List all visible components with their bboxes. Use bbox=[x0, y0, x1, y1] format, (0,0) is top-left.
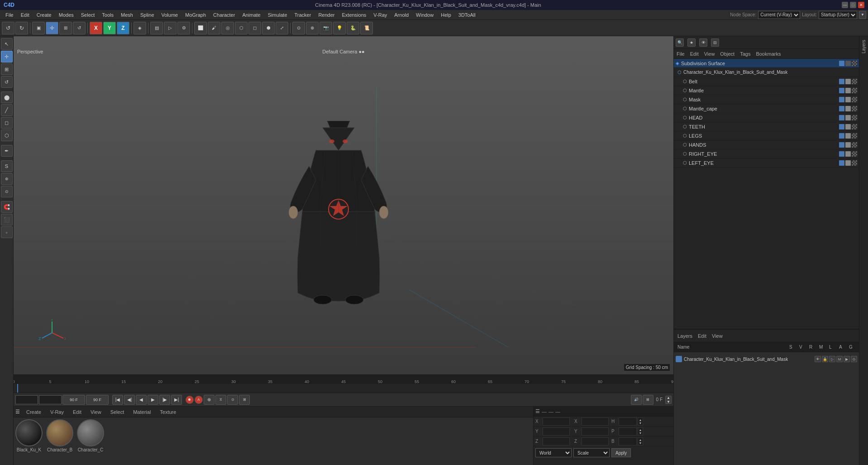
tree-item-left-eye[interactable]: ⬡ LEFT_EYE bbox=[674, 158, 859, 168]
layer-icon-eye[interactable]: 👁 bbox=[815, 356, 821, 362]
scale-dropdown[interactable]: Scale bbox=[573, 448, 610, 457]
menu-volume[interactable]: Volume bbox=[158, 11, 182, 19]
layer-icon-render[interactable]: ▷ bbox=[829, 356, 835, 362]
coords-p-up[interactable]: ▲▼ bbox=[638, 427, 643, 436]
menu-extensions[interactable]: Extensions bbox=[338, 11, 370, 19]
coords-y-input[interactable]: 0 cm bbox=[543, 427, 570, 436]
menu-mograph[interactable]: MoGraph bbox=[181, 11, 210, 19]
motion-clip-button[interactable]: ⧖ bbox=[215, 395, 226, 405]
rp-eye-button[interactable]: 👁 bbox=[699, 38, 707, 47]
tool-spline-pen[interactable]: ✒ bbox=[1, 145, 13, 157]
menu-3dtoall[interactable]: 3DToAll bbox=[455, 11, 479, 19]
rp-tab-edit[interactable]: Edit bbox=[687, 50, 701, 58]
apply-button[interactable]: Apply bbox=[611, 448, 631, 457]
coords-menu-icon[interactable]: ☰ bbox=[535, 408, 540, 414]
prev-key-button[interactable]: ◀| bbox=[124, 395, 135, 405]
rp-filter-button[interactable]: ⊟ bbox=[711, 38, 719, 47]
play-back-button[interactable]: ◀ bbox=[136, 395, 147, 405]
tree-item-mantle-cape[interactable]: ⬡ Mantle_cape bbox=[674, 104, 859, 113]
object-button[interactable]: ◈ bbox=[134, 22, 146, 34]
mat-view[interactable]: View bbox=[88, 408, 104, 416]
menu-tools[interactable]: Tools bbox=[98, 11, 117, 19]
next-key-button[interactable]: |▶ bbox=[159, 395, 170, 405]
layout-arrow-btn[interactable]: ▼ bbox=[859, 11, 866, 19]
menu-modes[interactable]: Modes bbox=[55, 11, 77, 19]
fps-input-btn[interactable]: 90 F bbox=[86, 395, 109, 405]
menu-window[interactable]: Window bbox=[412, 11, 437, 19]
motion-record-button[interactable]: ⊙ bbox=[227, 395, 238, 405]
object-tree[interactable]: ◈ Subdivision Surface ⬡ Character_Ku_Klu… bbox=[674, 59, 859, 329]
axis-z-button[interactable]: Z bbox=[117, 22, 129, 34]
playback-l-button[interactable]: ⊞ bbox=[643, 395, 653, 405]
mat-material[interactable]: Material bbox=[130, 408, 153, 416]
mat-menu-icon[interactable]: ☰ bbox=[15, 409, 20, 415]
tool-rotate[interactable]: ↺ bbox=[1, 76, 13, 88]
close-button[interactable]: ✕ bbox=[858, 2, 864, 8]
python-button[interactable]: 🐍 bbox=[347, 22, 359, 34]
coords-y2-input[interactable]: 0 cm bbox=[582, 427, 609, 436]
undo-button[interactable]: ↺ bbox=[2, 22, 14, 34]
layers-tab-edit[interactable]: Edit bbox=[698, 333, 706, 339]
minimize-button[interactable]: — bbox=[842, 2, 848, 8]
menu-simulate[interactable]: Simulate bbox=[264, 11, 291, 19]
tool-texture[interactable]: ⬛ bbox=[1, 214, 13, 225]
menu-render[interactable]: Render bbox=[315, 11, 338, 19]
mat-texture[interactable]: Texture bbox=[157, 408, 179, 416]
menu-vray[interactable]: V-Ray bbox=[370, 11, 391, 19]
auto-key-button[interactable]: A bbox=[195, 396, 203, 404]
go-end-button[interactable]: ▶| bbox=[171, 395, 182, 405]
coords-b-up[interactable]: ▲▼ bbox=[638, 437, 643, 446]
material-character-c[interactable]: Character_C bbox=[77, 419, 104, 463]
tree-item-mantle[interactable]: ⬡ Mantle bbox=[674, 86, 859, 95]
rp-tab-view[interactable]: View bbox=[701, 50, 718, 58]
tool-magnet[interactable]: 🧲 bbox=[1, 201, 13, 213]
view-cube-button[interactable]: ⬡ bbox=[235, 22, 248, 34]
view-move-button[interactable]: ⤢ bbox=[276, 22, 288, 34]
scale-button[interactable]: ⊞ bbox=[59, 22, 72, 34]
frame-up-button[interactable]: ▲▼ bbox=[665, 396, 672, 404]
coords-x-input[interactable]: 0 cm bbox=[543, 417, 570, 426]
render-region-button[interactable]: ▤ bbox=[150, 22, 163, 34]
menu-create[interactable]: Create bbox=[33, 11, 55, 19]
tree-item-belt[interactable]: ⬡ Belt bbox=[674, 77, 859, 86]
record-button[interactable]: ⏺ bbox=[186, 396, 194, 404]
coords-h-up[interactable]: ▲▼ bbox=[638, 417, 643, 426]
nodespace-select[interactable]: Current (V-Ray) bbox=[758, 11, 800, 19]
menu-spline[interactable]: Spline bbox=[137, 11, 158, 19]
timeline-ruler[interactable]: 051015202530354045505560657075808590 bbox=[14, 375, 673, 384]
go-start-button[interactable]: |◀ bbox=[112, 395, 123, 405]
move-button[interactable]: ✛ bbox=[46, 22, 58, 34]
tree-item-head[interactable]: ⬡ HEAD bbox=[674, 113, 859, 122]
prev-frame-button[interactable]: ⊞ bbox=[239, 395, 250, 405]
tree-item-legs[interactable]: ⬡ LEGS bbox=[674, 131, 859, 140]
script-button[interactable]: 📜 bbox=[360, 22, 373, 34]
axis-x-button[interactable]: X bbox=[90, 22, 102, 34]
tool-select-all[interactable]: ⬦ bbox=[1, 226, 13, 238]
viewport[interactable]: ☰ View Cameras Display Options Filter Pa… bbox=[14, 36, 673, 374]
tree-item-parent[interactable]: ⬡ Character_Ku_Klux_Klan_in_Black_Suit_a… bbox=[674, 68, 859, 77]
timeline-track[interactable] bbox=[14, 384, 673, 393]
view-poly-button[interactable]: ◻ bbox=[248, 22, 261, 34]
view-light-button[interactable]: 💡 bbox=[333, 22, 346, 34]
view-obj-button[interactable]: ◎ bbox=[221, 22, 234, 34]
key-button[interactable]: ⊕ bbox=[204, 395, 215, 405]
tool-move[interactable]: ✛ bbox=[1, 51, 13, 62]
tool-edges[interactable]: ╱ bbox=[1, 104, 13, 116]
coords-z-input[interactable]: 0 cm bbox=[543, 437, 570, 446]
menu-tracker[interactable]: Tracker bbox=[291, 11, 315, 19]
rp-star-button[interactable]: ★ bbox=[687, 38, 696, 47]
coords-p-input[interactable]: 0 ° bbox=[619, 427, 637, 436]
coords-h-input[interactable]: 0 ° bbox=[619, 417, 637, 426]
maximize-button[interactable]: □ bbox=[850, 2, 856, 8]
rp-tab-bookmarks[interactable]: Bookmarks bbox=[753, 50, 783, 58]
menu-edit[interactable]: Edit bbox=[17, 11, 33, 19]
tool-polygons[interactable]: ◻ bbox=[1, 117, 13, 129]
menu-file[interactable]: File bbox=[2, 11, 17, 19]
view-paint-button[interactable]: 🖌 bbox=[208, 22, 220, 34]
tool-points[interactable]: ⬤ bbox=[1, 91, 13, 103]
tool-arrow[interactable]: ↖ bbox=[1, 38, 13, 50]
coords-b-input[interactable]: 0 ° bbox=[619, 437, 637, 446]
rp-tab-tags[interactable]: Tags bbox=[737, 50, 753, 58]
tool-material-s[interactable]: S bbox=[1, 160, 13, 172]
mat-create[interactable]: Create bbox=[24, 408, 44, 416]
